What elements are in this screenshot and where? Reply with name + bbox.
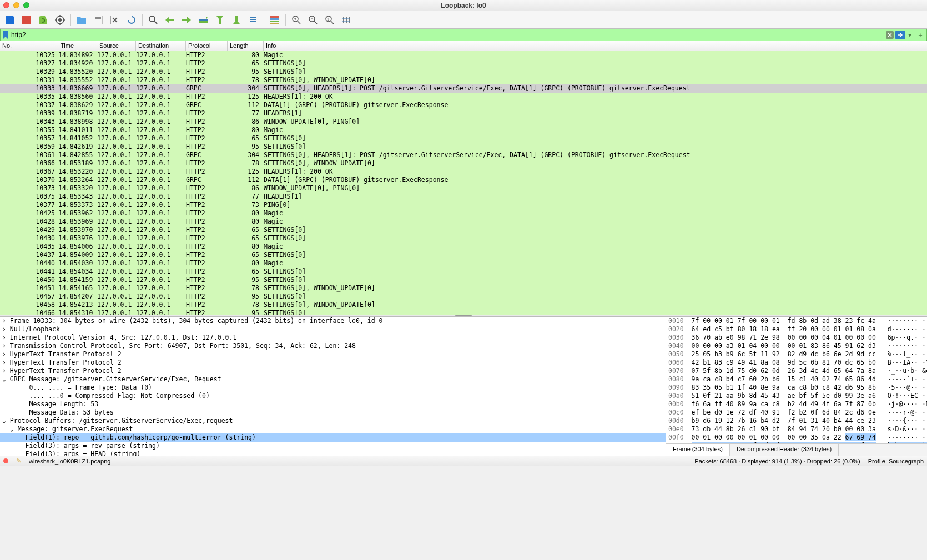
packet-row[interactable]: 1033514.838560127.0.0.1127.0.0.1HTTP2125… bbox=[0, 93, 927, 101]
go-to-packet-button[interactable] bbox=[195, 13, 211, 27]
packet-row[interactable]: 1033314.836669127.0.0.1127.0.0.1GRPC304S… bbox=[0, 84, 927, 93]
filter-bookmark-icon[interactable] bbox=[2, 31, 9, 39]
hex-tab-decompressed[interactable]: Decompressed Header (334 bytes) bbox=[730, 444, 839, 456]
resize-columns-button[interactable] bbox=[339, 13, 354, 27]
packet-row[interactable]: 1033914.838719127.0.0.1127.0.0.1HTTP277H… bbox=[0, 109, 927, 118]
hex-line[interactable]: 00d0 b9 d6 19 12 7b 16 b4 d2 7f 01 31 40… bbox=[666, 417, 927, 425]
tree-node[interactable]: ⌄ Protocol Buffers: /gitserver.Gitserver… bbox=[0, 417, 666, 425]
packet-row[interactable]: 1035914.842619127.0.0.1127.0.0.1HTTP295S… bbox=[0, 143, 927, 151]
tree-node[interactable]: Message Data: 53 bytes bbox=[0, 408, 666, 417]
packet-row[interactable]: 1045714.854207127.0.0.1127.0.0.1HTTP295S… bbox=[0, 292, 927, 301]
hex-line[interactable]: 00a0 51 0f 21 aa 9b 8d 45 43 ae bf 5f 5e… bbox=[666, 392, 927, 400]
zoom-out-button[interactable] bbox=[305, 13, 321, 27]
hex-line[interactable]: 00f0 00 01 00 00 00 01 00 00 00 00 35 0a… bbox=[666, 433, 927, 442]
column-info[interactable]: Info bbox=[264, 41, 927, 51]
tree-node[interactable]: Field(3): args = rev-parse (string) bbox=[0, 442, 666, 450]
hex-line[interactable]: 0020 64 ed c5 bf 80 18 18 ea ff 20 00 00… bbox=[666, 325, 927, 334]
tree-node[interactable]: Field(1): repo = github.com/hashicorp/go… bbox=[0, 433, 666, 442]
column-source[interactable]: Source bbox=[97, 41, 136, 51]
tree-node[interactable]: 0... .... = Frame Type: Data (0) bbox=[0, 384, 666, 392]
packet-row[interactable]: 1043014.853976127.0.0.1127.0.0.1HTTP265S… bbox=[0, 234, 927, 243]
packet-row[interactable]: 1035714.841052127.0.0.1127.0.0.1HTTP265S… bbox=[0, 134, 927, 143]
display-filter-input[interactable] bbox=[10, 31, 885, 39]
filter-history-dropdown[interactable]: ▾ bbox=[905, 30, 915, 40]
go-last-button[interactable] bbox=[229, 13, 244, 27]
hex-line[interactable]: 0090 83 35 05 b1 1f 40 8e 9a ca c8 b0 c8… bbox=[666, 384, 927, 392]
colorize-button[interactable] bbox=[267, 13, 283, 27]
auto-scroll-button[interactable] bbox=[245, 13, 261, 27]
stop-capture-button[interactable] bbox=[19, 13, 34, 27]
hex-line[interactable]: 0080 9a ca c8 b4 c7 60 2b b6 15 c1 40 02… bbox=[666, 375, 927, 384]
packet-row[interactable]: 1037014.853264127.0.0.1127.0.0.1GRPC112D… bbox=[0, 176, 927, 184]
tree-node[interactable]: › HyperText Transfer Protocol 2 bbox=[0, 367, 666, 375]
tree-node[interactable]: Message Length: 53 bbox=[0, 400, 666, 408]
edit-icon[interactable]: ✎ bbox=[16, 457, 21, 465]
filter-add-button[interactable]: ＋ bbox=[915, 30, 925, 40]
expert-info-icon[interactable] bbox=[3, 458, 8, 463]
filter-apply-button[interactable] bbox=[895, 30, 905, 40]
packet-row[interactable]: 1033714.838629127.0.0.1127.0.0.1GRPC112D… bbox=[0, 101, 927, 109]
column-no[interactable]: No. bbox=[0, 41, 58, 51]
zoom-reset-button[interactable]: 1 bbox=[322, 13, 337, 27]
packet-row[interactable]: 1044114.854034127.0.0.1127.0.0.1HTTP265S… bbox=[0, 268, 927, 276]
packet-details-tree[interactable]: › Frame 10333: 304 bytes on wire (2432 b… bbox=[0, 317, 666, 456]
packet-row[interactable]: 1042914.853970127.0.0.1127.0.0.1HTTP265S… bbox=[0, 226, 927, 234]
tree-node[interactable]: › HyperText Transfer Protocol 2 bbox=[0, 359, 666, 367]
window-minimize-button[interactable] bbox=[13, 2, 19, 8]
window-maximize-button[interactable] bbox=[23, 2, 29, 8]
packet-row[interactable]: 1037514.853343127.0.0.1127.0.0.1HTTP277H… bbox=[0, 193, 927, 201]
packet-row[interactable]: 1046614.854310127.0.0.1127.0.0.1HTTP295S… bbox=[0, 309, 927, 315]
tree-node[interactable]: › Null/Loopback bbox=[0, 325, 666, 334]
packet-row[interactable]: 1045014.854159127.0.0.1127.0.0.1HTTP295S… bbox=[0, 276, 927, 284]
packet-row[interactable]: 1036714.853220127.0.0.1127.0.0.1HTTP2125… bbox=[0, 168, 927, 176]
column-length[interactable]: Length bbox=[228, 41, 264, 51]
packet-row[interactable]: 1044014.854030127.0.0.1127.0.0.1HTTP280M… bbox=[0, 259, 927, 268]
hex-line[interactable]: 0040 00 00 00 a3 01 04 00 00 00 01 83 86… bbox=[666, 342, 927, 350]
close-file-button[interactable] bbox=[107, 13, 123, 27]
hex-line[interactable]: 0050 25 05 b3 b9 6c 5f 11 92 82 d9 dc b6… bbox=[666, 350, 927, 359]
go-back-button[interactable] bbox=[162, 13, 178, 27]
hex-line[interactable]: 0010 7f 00 00 01 7f 00 00 01 fd 8b 0d ad… bbox=[666, 317, 927, 325]
tree-node[interactable]: ⌄ GRPC Message: /gitserver.GitserverServ… bbox=[0, 375, 666, 384]
hex-dump[interactable]: 0010 7f 00 00 01 7f 00 00 01 fd 8b 0d ad… bbox=[666, 317, 927, 443]
filter-clear-button[interactable] bbox=[885, 30, 895, 40]
reload-button[interactable] bbox=[124, 13, 139, 27]
packet-row[interactable]: 1037314.853320127.0.0.1127.0.0.1HTTP286W… bbox=[0, 184, 927, 193]
packet-row[interactable]: 1045814.854213127.0.0.1127.0.0.1HTTP278S… bbox=[0, 301, 927, 309]
tree-node[interactable]: ⌄ Message: gitserver.ExecRequest bbox=[0, 425, 666, 433]
hex-tab-frame[interactable]: Frame (304 bytes) bbox=[666, 444, 730, 456]
packet-row[interactable]: 1043714.854009127.0.0.1127.0.0.1HTTP265S… bbox=[0, 251, 927, 259]
tree-node[interactable]: .... ...0 = Compressed Flag: Not Compres… bbox=[0, 392, 666, 400]
start-capture-button[interactable] bbox=[2, 13, 18, 27]
packet-row[interactable]: 1042514.853962127.0.0.1127.0.0.1HTTP280M… bbox=[0, 209, 927, 218]
packet-row[interactable]: 1032914.835520127.0.0.1127.0.0.1HTTP295S… bbox=[0, 68, 927, 76]
find-packet-button[interactable] bbox=[145, 13, 161, 27]
hex-line[interactable]: 00c0 ef be d0 1e 72 df 40 91 f2 b2 0f 6d… bbox=[666, 408, 927, 417]
go-forward-button[interactable] bbox=[179, 13, 194, 27]
packet-row[interactable]: 1034314.838998127.0.0.1127.0.0.1HTTP286W… bbox=[0, 118, 927, 126]
packet-row[interactable]: 1045114.854165127.0.0.1127.0.0.1HTTP278S… bbox=[0, 284, 927, 292]
packet-row[interactable]: 1043514.854006127.0.0.1127.0.0.1HTTP280M… bbox=[0, 243, 927, 251]
zoom-in-button[interactable] bbox=[289, 13, 304, 27]
hex-line[interactable]: 0070 07 5f 8b 1d 75 d0 62 0d 26 3d 4c 4d… bbox=[666, 367, 927, 375]
tree-node[interactable]: Field(3): args = HEAD (string) bbox=[0, 450, 666, 456]
column-time[interactable]: Time bbox=[58, 41, 97, 51]
packet-list[interactable]: 1032514.834892127.0.0.1127.0.0.1HTTP280M… bbox=[0, 51, 927, 315]
restart-capture-button[interactable] bbox=[36, 13, 51, 27]
tree-node[interactable]: › Internet Protocol Version 4, Src: 127.… bbox=[0, 334, 666, 342]
go-first-button[interactable] bbox=[212, 13, 228, 27]
hex-line[interactable]: 0030 36 70 ab e0 98 71 2e 98 00 00 00 04… bbox=[666, 334, 927, 342]
tree-node[interactable]: › HyperText Transfer Protocol 2 bbox=[0, 350, 666, 359]
hex-line[interactable]: 00b0 f6 6a ff 40 89 9a ca c8 b2 4d 49 4f… bbox=[666, 400, 927, 408]
packet-row[interactable]: 1032714.834920127.0.0.1127.0.0.1HTTP265S… bbox=[0, 59, 927, 68]
profile-label[interactable]: Profile: Sourcegraph bbox=[868, 458, 924, 465]
packet-row[interactable]: 1035514.841011127.0.0.1127.0.0.1HTTP280M… bbox=[0, 126, 927, 134]
open-file-button[interactable] bbox=[74, 13, 89, 27]
capture-options-button[interactable] bbox=[52, 13, 68, 27]
packet-row[interactable]: 1032514.834892127.0.0.1127.0.0.1HTTP280M… bbox=[0, 51, 927, 59]
packet-row[interactable]: 1033114.835552127.0.0.1127.0.0.1HTTP278S… bbox=[0, 76, 927, 84]
save-file-button[interactable] bbox=[90, 13, 106, 27]
hex-line[interactable]: 00e0 73 db 44 8b 26 c1 90 bf 84 94 74 20… bbox=[666, 425, 927, 433]
column-protocol[interactable]: Protocol bbox=[186, 41, 228, 51]
column-destination[interactable]: Destination bbox=[136, 41, 186, 51]
